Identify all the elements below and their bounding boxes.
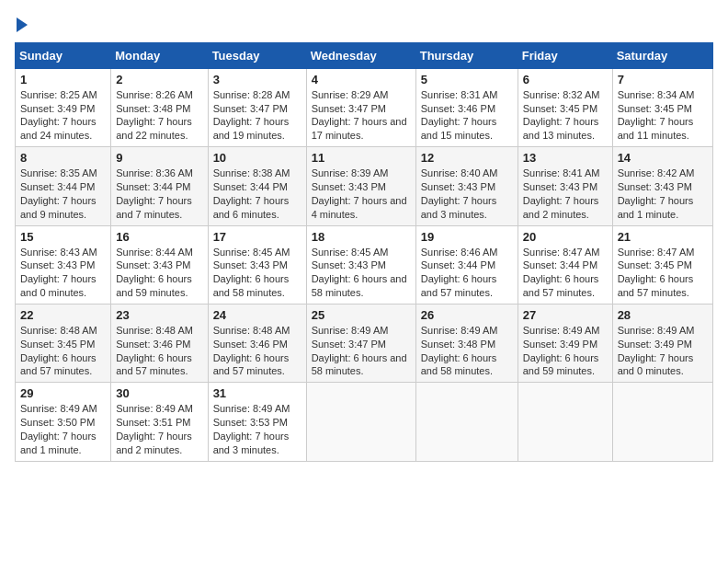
column-header-thursday: Thursday: [415, 42, 518, 68]
column-header-sunday: Sunday: [16, 42, 111, 68]
day-cell: 18 Sunrise: 8:45 AMSunset: 3:43 PMDaylig…: [306, 225, 415, 304]
day-details: Sunrise: 8:49 AMSunset: 3:50 PMDaylight:…: [20, 403, 97, 455]
day-cell: 22 Sunrise: 8:48 AMSunset: 3:45 PMDaylig…: [16, 304, 111, 382]
day-number: 12: [421, 151, 513, 165]
day-details: Sunrise: 8:49 AMSunset: 3:49 PMDaylight:…: [523, 325, 600, 377]
day-number: 23: [116, 308, 202, 322]
day-number: 2: [116, 73, 202, 86]
day-cell: 13 Sunrise: 8:41 AMSunset: 3:43 PMDaylig…: [518, 147, 612, 225]
calendar-header-row: SundayMondayTuesdayWednesdayThursdayFrid…: [16, 42, 713, 68]
day-number: 4: [312, 73, 411, 86]
day-details: Sunrise: 8:36 AMSunset: 3:44 PMDaylight:…: [116, 167, 193, 220]
day-details: Sunrise: 8:45 AMSunset: 3:43 PMDaylight:…: [213, 247, 290, 299]
day-cell: 11 Sunrise: 8:39 AMSunset: 3:43 PMDaylig…: [306, 147, 415, 225]
day-cell: 4 Sunrise: 8:29 AMSunset: 3:47 PMDayligh…: [306, 68, 415, 146]
day-number: 22: [20, 308, 106, 322]
day-details: Sunrise: 8:32 AMSunset: 3:45 PMDaylight:…: [523, 89, 600, 142]
day-cell: 8 Sunrise: 8:35 AMSunset: 3:44 PMDayligh…: [16, 147, 111, 225]
day-number: 31: [213, 386, 301, 400]
day-details: Sunrise: 8:41 AMSunset: 3:43 PMDaylight:…: [523, 167, 600, 220]
day-number: 8: [20, 151, 106, 165]
week-row-2: 8 Sunrise: 8:35 AMSunset: 3:44 PMDayligh…: [16, 147, 713, 225]
day-details: Sunrise: 8:31 AMSunset: 3:46 PMDaylight:…: [421, 89, 498, 142]
day-details: Sunrise: 8:48 AMSunset: 3:46 PMDaylight:…: [213, 325, 290, 377]
page-header: [15, 15, 713, 33]
day-cell: 20 Sunrise: 8:47 AMSunset: 3:44 PMDaylig…: [518, 225, 612, 304]
day-cell: 19 Sunrise: 8:46 AMSunset: 3:44 PMDaylig…: [415, 225, 518, 304]
day-cell: 29 Sunrise: 8:49 AMSunset: 3:50 PMDaylig…: [16, 383, 111, 461]
column-header-monday: Monday: [111, 42, 208, 68]
day-cell: 15 Sunrise: 8:43 AMSunset: 3:43 PMDaylig…: [16, 225, 111, 304]
day-details: Sunrise: 8:28 AMSunset: 3:47 PMDaylight:…: [213, 89, 290, 142]
day-cell: 30 Sunrise: 8:49 AMSunset: 3:51 PMDaylig…: [111, 383, 208, 461]
day-details: Sunrise: 8:47 AMSunset: 3:45 PMDaylight:…: [618, 247, 695, 299]
day-number: 15: [20, 230, 106, 244]
day-number: 25: [312, 308, 411, 322]
day-details: Sunrise: 8:49 AMSunset: 3:49 PMDaylight:…: [618, 325, 695, 377]
day-details: Sunrise: 8:44 AMSunset: 3:43 PMDaylight:…: [116, 247, 193, 299]
day-cell: 10 Sunrise: 8:38 AMSunset: 3:44 PMDaylig…: [208, 147, 306, 225]
day-cell: 24 Sunrise: 8:48 AMSunset: 3:46 PMDaylig…: [208, 304, 306, 382]
day-details: Sunrise: 8:34 AMSunset: 3:45 PMDaylight:…: [618, 89, 695, 142]
day-details: Sunrise: 8:48 AMSunset: 3:45 PMDaylight:…: [20, 325, 97, 377]
day-cell: 26 Sunrise: 8:49 AMSunset: 3:48 PMDaylig…: [415, 304, 518, 382]
day-cell: 28 Sunrise: 8:49 AMSunset: 3:49 PMDaylig…: [612, 304, 712, 382]
day-number: 29: [20, 386, 106, 400]
day-details: Sunrise: 8:48 AMSunset: 3:46 PMDaylight:…: [116, 325, 193, 377]
column-header-saturday: Saturday: [612, 42, 712, 68]
day-number: 24: [213, 308, 301, 322]
logo-arrow-icon: [17, 17, 28, 32]
day-number: 19: [421, 230, 513, 244]
day-cell: 3 Sunrise: 8:28 AMSunset: 3:47 PMDayligh…: [208, 68, 306, 146]
day-details: Sunrise: 8:40 AMSunset: 3:43 PMDaylight:…: [421, 167, 498, 220]
day-details: Sunrise: 8:45 AMSunset: 3:43 PMDaylight:…: [312, 247, 407, 299]
day-cell: 31 Sunrise: 8:49 AMSunset: 3:53 PMDaylig…: [208, 383, 306, 461]
day-cell: 2 Sunrise: 8:26 AMSunset: 3:48 PMDayligh…: [111, 68, 208, 146]
day-number: 10: [213, 151, 301, 165]
day-cell: 27 Sunrise: 8:49 AMSunset: 3:49 PMDaylig…: [518, 304, 612, 382]
day-number: 18: [312, 230, 411, 244]
day-number: 28: [618, 308, 708, 322]
day-cell: 1 Sunrise: 8:25 AMSunset: 3:49 PMDayligh…: [16, 68, 111, 146]
day-cell: 23 Sunrise: 8:48 AMSunset: 3:46 PMDaylig…: [111, 304, 208, 382]
day-cell: 14 Sunrise: 8:42 AMSunset: 3:43 PMDaylig…: [612, 147, 712, 225]
week-row-3: 15 Sunrise: 8:43 AMSunset: 3:43 PMDaylig…: [16, 225, 713, 304]
column-header-tuesday: Tuesday: [208, 42, 306, 68]
day-details: Sunrise: 8:26 AMSunset: 3:48 PMDaylight:…: [116, 89, 193, 142]
day-cell: 7 Sunrise: 8:34 AMSunset: 3:45 PMDayligh…: [612, 68, 712, 146]
day-number: 7: [618, 73, 708, 86]
week-row-5: 29 Sunrise: 8:49 AMSunset: 3:50 PMDaylig…: [16, 383, 713, 461]
day-number: 1: [20, 73, 106, 86]
day-cell: [518, 383, 612, 461]
day-number: 27: [523, 308, 608, 322]
calendar-table: SundayMondayTuesdayWednesdayThursdayFrid…: [15, 42, 713, 462]
day-details: Sunrise: 8:43 AMSunset: 3:43 PMDaylight:…: [20, 247, 97, 299]
column-header-wednesday: Wednesday: [306, 42, 415, 68]
day-number: 5: [421, 73, 513, 86]
day-number: 9: [116, 151, 202, 165]
day-cell: [306, 383, 415, 461]
day-number: 14: [618, 151, 708, 165]
day-number: 3: [213, 73, 301, 86]
day-cell: 5 Sunrise: 8:31 AMSunset: 3:46 PMDayligh…: [415, 68, 518, 146]
day-details: Sunrise: 8:35 AMSunset: 3:44 PMDaylight:…: [20, 167, 97, 220]
day-number: 21: [618, 230, 708, 244]
day-cell: [612, 383, 712, 461]
day-details: Sunrise: 8:39 AMSunset: 3:43 PMDaylight:…: [312, 167, 407, 220]
day-number: 13: [523, 151, 608, 165]
day-number: 16: [116, 230, 202, 244]
day-cell: 25 Sunrise: 8:49 AMSunset: 3:47 PMDaylig…: [306, 304, 415, 382]
day-details: Sunrise: 8:47 AMSunset: 3:44 PMDaylight:…: [523, 247, 600, 299]
day-cell: 21 Sunrise: 8:47 AMSunset: 3:45 PMDaylig…: [612, 225, 712, 304]
day-cell: 12 Sunrise: 8:40 AMSunset: 3:43 PMDaylig…: [415, 147, 518, 225]
day-number: 17: [213, 230, 301, 244]
day-details: Sunrise: 8:49 AMSunset: 3:51 PMDaylight:…: [116, 403, 193, 455]
day-number: 30: [116, 386, 202, 400]
day-details: Sunrise: 8:29 AMSunset: 3:47 PMDaylight:…: [312, 89, 407, 142]
day-number: 26: [421, 308, 513, 322]
day-cell: 6 Sunrise: 8:32 AMSunset: 3:45 PMDayligh…: [518, 68, 612, 146]
day-cell: 9 Sunrise: 8:36 AMSunset: 3:44 PMDayligh…: [111, 147, 208, 225]
week-row-1: 1 Sunrise: 8:25 AMSunset: 3:49 PMDayligh…: [16, 68, 713, 146]
day-details: Sunrise: 8:49 AMSunset: 3:53 PMDaylight:…: [213, 403, 290, 455]
day-details: Sunrise: 8:38 AMSunset: 3:44 PMDaylight:…: [213, 167, 290, 220]
